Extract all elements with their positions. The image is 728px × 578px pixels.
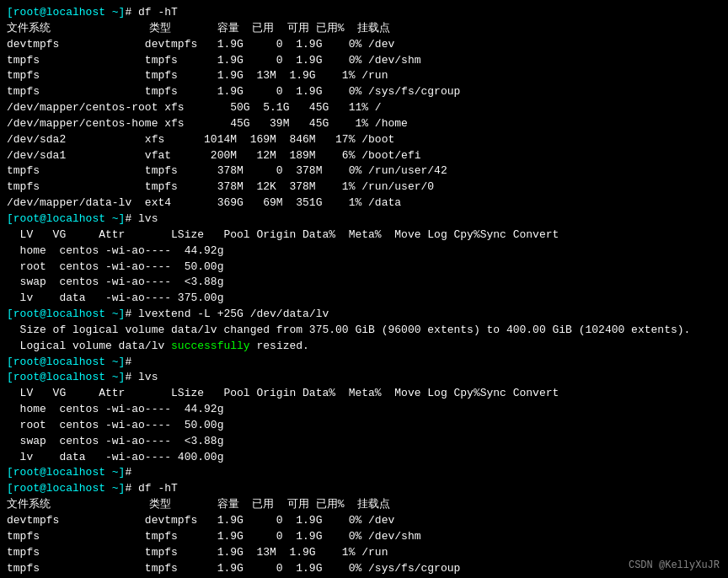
terminal-line: tmpfs tmpfs 1.9G 13M 1.9G 1% /run bbox=[7, 545, 721, 561]
terminal-line: lv data -wi-ao---- 400.00g bbox=[7, 450, 721, 466]
terminal-line: tmpfs tmpfs 1.9G 13M 1.9G 1% /run bbox=[7, 68, 721, 84]
watermark: CSDN @KellyXuJR bbox=[629, 559, 720, 571]
terminal-line: [root@localhost ~]# df -hT bbox=[7, 5, 721, 21]
terminal-line: [root@localhost ~]# bbox=[7, 465, 721, 481]
terminal-line: home centos -wi-ao---- 44.92g bbox=[7, 244, 721, 260]
terminal-line: [root@localhost ~]# lvs bbox=[7, 370, 721, 386]
terminal-line: devtmpfs devtmpfs 1.9G 0 1.9G 0% /dev bbox=[7, 513, 721, 529]
terminal-line: LV VG Attr LSize Pool Origin Data% Meta%… bbox=[7, 227, 721, 244]
terminal-line: /dev/mapper/centos-root xfs 50G 5.1G 45G… bbox=[7, 100, 721, 116]
terminal-line: [root@localhost ~]# lvextend -L +25G /de… bbox=[7, 307, 721, 323]
terminal-line: [root@localhost ~]# df -hT bbox=[7, 481, 721, 497]
terminal-line: tmpfs tmpfs 1.9G 0 1.9G 0% /sys/fs/cgrou… bbox=[7, 84, 721, 100]
terminal-line: devtmpfs devtmpfs 1.9G 0 1.9G 0% /dev bbox=[7, 37, 721, 53]
terminal-line: Logical volume data/lv successfully resi… bbox=[7, 339, 721, 355]
terminal-line: root centos -wi-ao---- 50.00g bbox=[7, 418, 721, 434]
terminal-line: /dev/sda1 vfat 200M 12M 189M 6% /boot/ef… bbox=[7, 148, 721, 164]
terminal-window: [root@localhost ~]# df -hT文件系统 类型 容量 已用 … bbox=[0, 0, 728, 578]
terminal-line: Size of logical volume data/lv changed f… bbox=[7, 323, 721, 339]
terminal-line: /dev/mapper/data-lv ext4 369G 69M 351G 1… bbox=[7, 195, 721, 211]
terminal-line: /dev/mapper/centos-home xfs 45G 39M 45G … bbox=[7, 116, 721, 132]
terminal-line: /dev/sda2 xfs 1014M 169M 846M 17% /boot bbox=[7, 132, 721, 148]
terminal-line: home centos -wi-ao---- 44.92g bbox=[7, 402, 721, 418]
terminal-line: tmpfs tmpfs 378M 0 378M 0% /run/user/42 bbox=[7, 163, 721, 179]
terminal-line: tmpfs tmpfs 1.9G 0 1.9G 0% /dev/shm bbox=[7, 529, 721, 545]
terminal-line: 文件系统 类型 容量 已用 可用 已用% 挂载点 bbox=[7, 21, 721, 37]
terminal-line: 文件系统 类型 容量 已用 可用 已用% 挂载点 bbox=[7, 497, 721, 513]
terminal-line: root centos -wi-ao---- 50.00g bbox=[7, 260, 721, 276]
terminal-line: LV VG Attr LSize Pool Origin Data% Meta%… bbox=[7, 386, 721, 402]
terminal-line: swap centos -wi-ao---- <3.88g bbox=[7, 434, 721, 450]
terminal-line: [root@localhost ~]# bbox=[7, 355, 721, 371]
terminal-line: tmpfs tmpfs 1.9G 0 1.9G 0% /dev/shm bbox=[7, 53, 721, 69]
terminal-line: tmpfs tmpfs 1.9G 0 1.9G 0% /sys/fs/cgrou… bbox=[7, 561, 721, 577]
terminal-line: [root@localhost ~]# lvs bbox=[7, 211, 721, 227]
terminal-line: lv data -wi-ao---- 375.00g bbox=[7, 291, 721, 307]
terminal-content: [root@localhost ~]# df -hT文件系统 类型 容量 已用 … bbox=[7, 5, 721, 578]
terminal-line: swap centos -wi-ao---- <3.88g bbox=[7, 275, 721, 291]
terminal-line: tmpfs tmpfs 378M 12K 378M 1% /run/user/0 bbox=[7, 179, 721, 195]
